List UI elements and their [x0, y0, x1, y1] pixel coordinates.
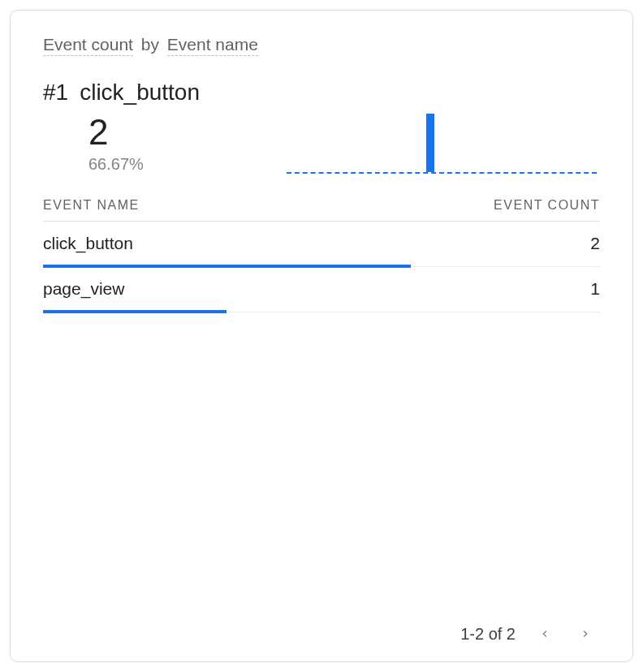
row-event-value: 1: [590, 279, 600, 299]
event-table: EVENT NAME EVENT COUNT click_button2page…: [43, 198, 600, 312]
pager: 1-2 of 2: [43, 618, 600, 645]
chevron-right-icon: [579, 627, 592, 640]
title-by: by: [138, 35, 162, 54]
metrics-col: 2 66.67%: [43, 114, 287, 174]
sparkline-bar: [426, 114, 434, 172]
top-event-pct: 66.67%: [88, 155, 287, 174]
row-bar: [43, 310, 227, 313]
table-row[interactable]: click_button2: [43, 222, 600, 267]
chevron-left-icon: [538, 627, 551, 640]
row-event-name: click_button: [43, 234, 133, 253]
top-event-row: #1 click_button: [43, 80, 600, 106]
row-event-name: page_view: [43, 279, 124, 299]
event-count-card: Event count by Event name #1 click_butto…: [10, 10, 633, 662]
title-metric[interactable]: Event count: [43, 35, 133, 56]
top-event-value: 2: [88, 114, 287, 150]
card-title: Event count by Event name: [43, 35, 600, 54]
row-event-value: 2: [590, 234, 600, 253]
top-event-name: click_button: [80, 80, 200, 106]
col-header-value: EVENT COUNT: [494, 198, 600, 213]
title-dimension[interactable]: Event name: [167, 35, 258, 56]
table-body: click_button2page_view1: [43, 222, 600, 312]
pager-next-button[interactable]: [574, 622, 597, 645]
table-header: EVENT NAME EVENT COUNT: [43, 198, 600, 222]
table-row[interactable]: page_view1: [43, 267, 600, 312]
rank-label: #1: [43, 80, 68, 106]
sparkline-chart: [287, 109, 597, 174]
col-header-name: EVENT NAME: [43, 198, 140, 213]
pager-prev-button[interactable]: [533, 622, 556, 645]
metrics-row: 2 66.67%: [43, 109, 600, 174]
pager-range: 1-2 of 2: [460, 625, 516, 644]
